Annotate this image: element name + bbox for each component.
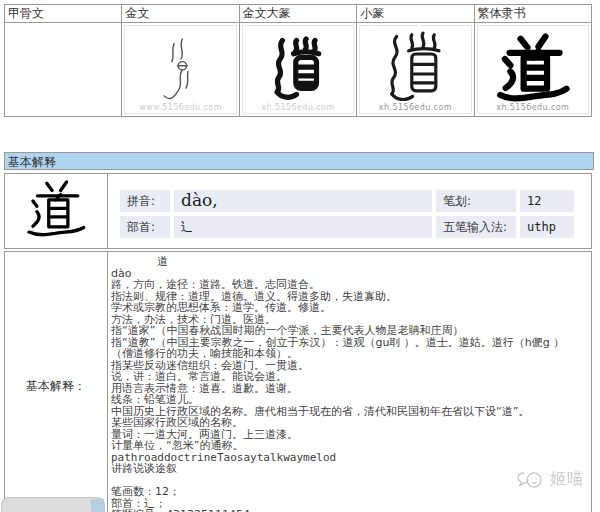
script-header-dazhuan: 金文大篆 [239, 5, 356, 23]
explanation-line: 路，方向，途径：道路。铁道。志同道合。 [111, 279, 589, 291]
dictionary-page: 甲骨文 金文 金文大篆 小篆 繁体隶书 [0, 0, 600, 512]
explanation-row-label: 基本解释： [5, 252, 108, 512]
explanation-line: 某些国家行政区域的名称。 [111, 417, 589, 429]
pinyin-label: 拼音: [120, 190, 170, 212]
xiaozhuan-glyph-icon [375, 29, 455, 111]
script-header-xiaozhuan: 小篆 [357, 5, 474, 23]
script-header-label: 金文大篆 [243, 6, 291, 20]
jinwen-glyph-icon [146, 30, 216, 110]
dazhuan-glyph-icon [261, 31, 335, 109]
big-character-glyph-icon [23, 178, 89, 244]
explanation-line: 线条：铅笔道儿。 [111, 394, 589, 406]
jiaguwen-glyph-image [7, 26, 119, 113]
explanation-line: 指“道教”（中国主要宗教之一，创立于东汉）：道观（gu刵 ）。道士。道姑。道行（… [111, 337, 589, 349]
strokes-value: 12 [520, 190, 574, 212]
radical-value: 辶 [174, 216, 432, 238]
big-character-cell: 道 [5, 174, 108, 249]
cutoff-widget-blue-square [91, 499, 104, 512]
wubi-label: 五笔输入法: [436, 216, 516, 238]
pinyin-value: dào, [174, 190, 432, 212]
basic-explanation-table: 基本解释： 道 dào 路，方向，途径：道路。铁道。志同道合。 指法则、规律：道… [4, 251, 592, 512]
xiaozhuan-glyph-image: xh.5156edu.com [359, 25, 471, 114]
script-image-cell: xh.5156edu.com [239, 23, 356, 117]
section-header-basic-explanation: 基本解释 [4, 152, 594, 170]
big-character-text: 道 [56, 244, 57, 245]
script-header-jiaguwen: 甲骨文 [5, 5, 122, 23]
character-fields-cell: 拼音: dào, 笔划: 12 部首: 辶 五笔输入法: uthp [108, 174, 592, 249]
site-watermark-text: 姬喵 [550, 469, 584, 490]
lishu-glyph-image: xh.5156edu.com [477, 25, 589, 114]
explanation-line: 指某些反动迷信组织：会道门。一贯道。 [111, 360, 589, 372]
script-forms-table: 甲骨文 金文 金文大篆 小篆 繁体隶书 [4, 4, 592, 117]
script-image-cell: xh.5156edu.com [357, 23, 474, 117]
explanation-line: 方法，办法，技术：门道。医道。 [111, 314, 589, 326]
explanation-line: 指“道家”（中国春秋战国时期的一个学派，主要代表人物是老聃和庄周） [111, 325, 589, 337]
image-watermark: xh.5156edu.com [360, 103, 470, 112]
cat-chat-bubble-icon [516, 470, 546, 490]
explanation-line: 用语言表示情意：道喜。道歉。道谢。 [111, 383, 589, 395]
dazhuan-glyph-image: xh.5156edu.com [242, 25, 354, 114]
explanation-line-english: pathroaddoctrineTaosaytalkwaymelod [111, 452, 589, 464]
explanation-line: 说，讲：道白。常言道。能说会道。 [111, 371, 589, 383]
script-header-lishu: 繁体隶书 [474, 5, 591, 23]
character-fields-grid: 拼音: dào, 笔划: 12 部首: 辶 五笔输入法: uthp [120, 190, 591, 238]
radical-label: 部首: [120, 216, 170, 238]
explanation-line: 学术或宗教的思想体系：道学。传道。修道。 [111, 302, 589, 314]
strokes-label: 笔划: [436, 190, 516, 212]
explanation-line: 指法则、规律：道理。道德。道义。得道多助，失道寡助。 [111, 291, 589, 303]
section-title: 基本解释 [8, 155, 56, 169]
script-header-label: 小篆 [360, 6, 384, 20]
script-image-row: www.5156edu.com [5, 23, 592, 117]
explanation-line: 部首：辶； [111, 498, 589, 510]
explanation-line: 计量单位，“忽米”的通称。 [111, 440, 589, 452]
script-header-row: 甲骨文 金文 金文大篆 小篆 繁体隶书 [5, 5, 592, 23]
script-image-cell: www.5156edu.com [122, 23, 239, 117]
script-header-jinwen: 金文 [122, 5, 239, 23]
explanation-line: 量词：一道大河。两道门。上三道漆。 [111, 429, 589, 441]
script-header-label: 甲骨文 [8, 6, 44, 20]
script-image-cell [5, 23, 122, 117]
lishu-glyph-icon [491, 31, 575, 109]
script-header-label: 繁体隶书 [478, 6, 526, 20]
wubi-value: uthp [520, 216, 574, 238]
jinwen-glyph-image: www.5156edu.com [124, 25, 236, 114]
image-watermark: www.5156edu.com [125, 103, 235, 112]
character-info-table: 道 拼音: dào, 笔划: 12 部首: 辶 五笔输入法: uthp [4, 173, 592, 249]
image-watermark: xh.5156edu.com [478, 103, 588, 112]
site-watermark: 姬喵 [516, 469, 584, 490]
explanation-line: （僧道修行的功夫，喻技能和本领）。 [111, 348, 589, 360]
explanation-line: 中国历史上行政区域的名称。唐代相当于现在的省，清代和民国初年在省以下设“道”。 [111, 406, 589, 418]
cutoff-bottom-widget [1, 497, 105, 512]
script-header-label: 金文 [125, 6, 149, 20]
image-watermark: xh.5156edu.com [243, 103, 353, 112]
script-image-cell: xh.5156edu.com [474, 23, 591, 117]
explanation-line: dào [111, 268, 589, 280]
explanation-line: 道 [111, 256, 589, 268]
